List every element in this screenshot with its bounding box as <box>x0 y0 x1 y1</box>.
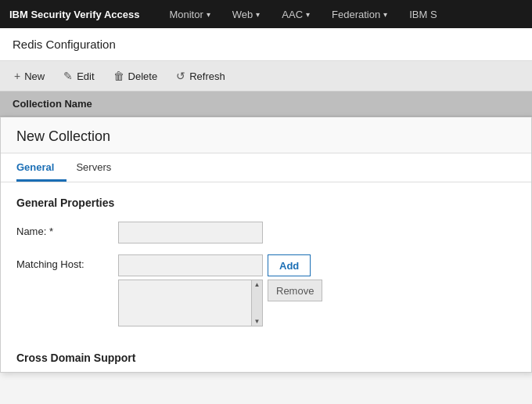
table-header: Collection Name <box>0 92 532 117</box>
list-scrollbar[interactable]: ▲ ▼ <box>251 280 262 326</box>
remove-button[interactable]: Remove <box>268 280 322 301</box>
top-navigation: IBM Security Verify Access Monitor ▾ Web… <box>0 0 532 28</box>
delete-button[interactable]: 🗑 Delete <box>106 66 166 86</box>
dialog-tabs: General Servers <box>1 153 531 182</box>
nav-item-aac[interactable]: AAC ▾ <box>271 0 321 28</box>
dialog-title-bar: New Collection <box>1 117 531 153</box>
scroll-up-arrow[interactable]: ▲ <box>254 281 261 288</box>
new-button-label: New <box>24 70 45 82</box>
edit-button[interactable]: ✎ Edit <box>56 66 102 86</box>
name-label: Name: * <box>16 222 118 237</box>
matching-host-row: Matching Host: Add ▲ ▼ <box>16 254 516 326</box>
page-title-bar: Redis Configuration <box>0 28 532 61</box>
chevron-down-icon: ▾ <box>383 10 387 19</box>
chevron-down-icon: ▾ <box>256 10 260 19</box>
nav-item-monitor[interactable]: Monitor ▾ <box>158 0 221 28</box>
toolbar: + New ✎ Edit 🗑 Delete ↺ Refresh <box>0 61 532 92</box>
name-input[interactable] <box>118 222 263 243</box>
matching-host-input-row: Add <box>118 254 322 276</box>
trash-icon: 🗑 <box>113 70 124 82</box>
new-collection-dialog: New Collection General Servers General P… <box>0 117 532 373</box>
delete-button-label: Delete <box>128 70 158 82</box>
tab-general[interactable]: General <box>16 153 66 182</box>
brand-logo: IBM Security Verify Access <box>9 9 139 20</box>
chevron-down-icon: ▾ <box>207 10 210 19</box>
refresh-icon: ↺ <box>176 70 185 82</box>
matching-host-label: Matching Host: <box>16 254 118 270</box>
page-title: Redis Configuration <box>13 38 519 51</box>
collection-name-header: Collection Name <box>13 98 92 110</box>
plus-icon: + <box>14 70 20 82</box>
nav-menu: Monitor ▾ Web ▾ AAC ▾ Federation ▾ IBM S <box>158 0 448 28</box>
scroll-down-arrow[interactable]: ▼ <box>254 318 261 325</box>
name-field-row: Name: * <box>16 222 516 243</box>
edit-button-label: Edit <box>77 70 94 82</box>
general-properties-section: General Properties Name: * Matching Host… <box>1 182 531 352</box>
dialog-title: New Collection <box>16 128 516 145</box>
matching-host-input[interactable] <box>118 254 263 276</box>
matching-host-group: Add ▲ ▼ Remove <box>118 254 322 326</box>
add-button[interactable]: Add <box>268 254 311 276</box>
tab-servers[interactable]: Servers <box>76 153 124 182</box>
nav-item-federation[interactable]: Federation ▾ <box>321 0 398 28</box>
list-actions: Remove <box>268 280 322 301</box>
cross-domain-title: Cross Domain Support <box>1 352 531 372</box>
nav-item-ibms[interactable]: IBM S <box>398 0 448 28</box>
general-properties-title: General Properties <box>16 197 516 209</box>
nav-item-web[interactable]: Web ▾ <box>221 0 271 28</box>
edit-icon: ✎ <box>63 70 73 82</box>
new-button[interactable]: + New <box>6 66 52 86</box>
chevron-down-icon: ▾ <box>306 10 310 19</box>
matching-host-list[interactable]: ▲ ▼ <box>118 280 263 326</box>
refresh-button-label: Refresh <box>189 70 225 82</box>
refresh-button[interactable]: ↺ Refresh <box>168 66 233 86</box>
